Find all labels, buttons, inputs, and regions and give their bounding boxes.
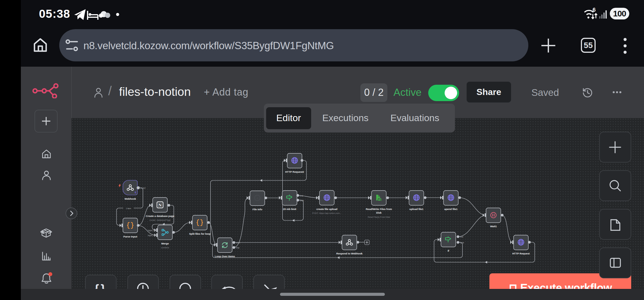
svg-text:Respond to Webhook: Respond to Webhook (336, 252, 363, 255)
svg-text:6: 6 (593, 7, 596, 13)
svg-text:Read/Write Files from: Read/Write Files from (366, 208, 392, 211)
svg-text:1 item: 1 item (126, 208, 131, 209)
svg-text:Split files for loop: Split files for loop (189, 232, 211, 235)
svg-text:apend file1: apend file1 (444, 208, 458, 211)
svg-text:loop: loop (236, 247, 239, 249)
svg-text:Parse Input: Parse Input (123, 235, 137, 238)
svg-text:Input 2: Input 2 (148, 234, 154, 237)
svg-text:Disk: Disk (376, 211, 382, 214)
svg-text:Wait1: Wait1 (490, 225, 497, 228)
svg-text:File Info: File Info (252, 208, 262, 211)
svg-text:create file upload: create file upload (316, 208, 338, 211)
svg-text:true: true (460, 236, 463, 238)
svg-text:false: false (300, 199, 304, 201)
svg-text:done: done (236, 242, 240, 244)
svg-text:create: databasePage: create: databasePage (149, 219, 170, 221)
svg-text:HTTP Request2: HTTP Request2 (285, 170, 304, 173)
svg-text:Merge: Merge (161, 242, 169, 245)
svg-text:true: true (300, 195, 303, 197)
svg-text:Input 1: Input 1 (148, 229, 154, 232)
svg-text:Read File(s) From Disk: Read File(s) From Disk (368, 216, 390, 218)
svg-text:combine: combine (161, 246, 169, 249)
svg-text:Webhook: Webhook (125, 197, 136, 200)
svg-text:POST: https://api.notion.com..: POST: https://api.notion.com... (312, 212, 341, 214)
svg-text:POST: POST (140, 187, 146, 189)
svg-text:upload file1: upload file1 (409, 208, 423, 211)
svg-text:HTTP Request: HTTP Request (512, 252, 530, 255)
svg-text:If: If (448, 249, 450, 252)
svg-text:Loop Over Items: Loop Over Items (215, 255, 235, 258)
svg-text:20 mb limit: 20 mb limit (283, 208, 296, 211)
svg-text:Create a database page: Create a database page (146, 214, 174, 218)
svg-text:false: false (460, 242, 464, 244)
